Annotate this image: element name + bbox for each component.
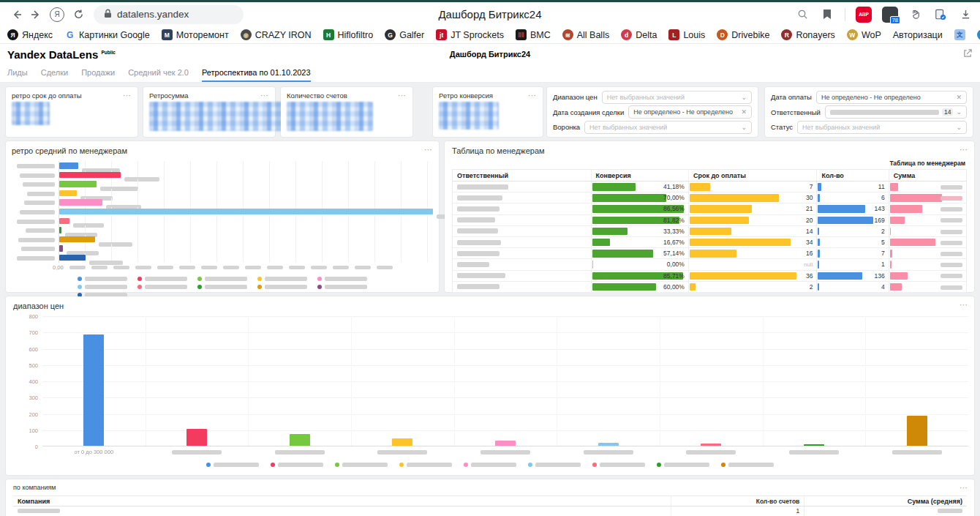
tab-3[interactable]: Продажи (81, 68, 115, 82)
table-row[interactable]: 57,14%167 (453, 248, 966, 259)
refresh-icon[interactable] (69, 5, 88, 24)
chevron-down-icon[interactable]: ⌄ (956, 108, 962, 116)
indicator-menu[interactable]: ⋯ (123, 91, 132, 100)
bookmark-item[interactable]: jtJT Sprockets (436, 29, 504, 40)
price-bar[interactable] (186, 429, 207, 446)
legend-item[interactable] (137, 277, 187, 281)
legend-item[interactable] (197, 277, 247, 281)
manager-bar[interactable] (59, 172, 121, 179)
forward-icon[interactable] (26, 5, 45, 24)
legend-item[interactable] (78, 277, 127, 281)
manager-bar[interactable] (59, 209, 433, 215)
table-row[interactable]: 60,00%24 (453, 282, 966, 293)
manager-table-menu[interactable]: ⋯ (960, 145, 968, 154)
search-icon[interactable] (795, 7, 810, 22)
adblock-icon[interactable]: ABP (856, 7, 872, 23)
table-row[interactable]: 33,33%142 (453, 226, 966, 237)
price-bar[interactable] (598, 443, 619, 446)
price-bar[interactable] (804, 444, 824, 446)
legend-item[interactable] (399, 463, 452, 467)
filter-input[interactable]: Нет выбранных значений⌄ (602, 91, 752, 104)
tab-4[interactable]: Средний чек 2.0 (128, 68, 189, 82)
filter-input[interactable]: Нет выбранных значений⌄ (797, 121, 967, 134)
indicator-menu[interactable]: ⋯ (398, 91, 407, 100)
legend-item[interactable] (721, 463, 774, 467)
clear-icon[interactable]: ✕ (741, 108, 747, 116)
chevron-down-icon[interactable]: ⌄ (741, 124, 747, 131)
manager-bar[interactable] (59, 255, 86, 261)
table-row[interactable]: 70,00%306 (453, 192, 966, 203)
bookmark-item[interactable]: GGalfer (385, 29, 424, 40)
bookmark-item[interactable]: ≋All Balls (562, 29, 609, 40)
legend-item[interactable] (271, 463, 323, 467)
address-bar[interactable]: datalens.yandex (94, 5, 244, 24)
legend-item[interactable] (78, 285, 127, 289)
filter-input[interactable]: Не определено - Не определено✕ (628, 105, 752, 119)
manager-bar[interactable] (59, 227, 61, 233)
bookmark-item[interactable]: dDelta (621, 29, 657, 40)
manager-bar[interactable] (59, 245, 63, 252)
bookmark-item[interactable]: RRonayers (781, 29, 835, 40)
glove-extension-icon[interactable] (908, 7, 923, 22)
legend-item[interactable] (464, 463, 516, 467)
share-icon[interactable] (963, 48, 973, 61)
manager-bar[interactable] (59, 181, 97, 187)
table-row[interactable]: 0,00%null1 (453, 259, 966, 270)
bookmark-item[interactable]: LLouis (668, 29, 705, 40)
clear-icon[interactable]: ✕ (956, 94, 962, 101)
manager-bar[interactable] (59, 236, 95, 243)
tab-2[interactable]: Сделки (41, 68, 69, 82)
legend-item[interactable] (257, 277, 307, 281)
indicator-menu[interactable]: ⋯ (528, 91, 537, 100)
tab-1[interactable]: Лиды (7, 68, 28, 82)
table-row[interactable]: 81,82%20169 (453, 215, 966, 226)
bookmark-item[interactable]: DDrivebike (717, 29, 769, 40)
table-row[interactable]: 85,71%36136 (453, 271, 966, 282)
price-bar[interactable] (392, 438, 412, 446)
bookmark-item[interactable]: ǁǁBMC (516, 29, 551, 40)
legend-item[interactable] (657, 463, 709, 467)
legend-item[interactable] (317, 285, 367, 289)
bookmark-icon[interactable] (820, 7, 834, 22)
legend-item[interactable] (528, 463, 581, 467)
back-icon[interactable] (7, 5, 26, 24)
manager-bar[interactable] (59, 218, 69, 225)
chevron-down-icon[interactable]: ⌄ (741, 94, 747, 101)
legend-item[interactable] (197, 285, 247, 289)
filter-input[interactable]: Нет выбранных значений⌄ (584, 121, 752, 134)
legend-item[interactable] (257, 285, 307, 289)
download-icon[interactable] (958, 7, 973, 22)
price-bar[interactable] (290, 434, 310, 446)
table-row[interactable]: 16,67%345 (453, 237, 966, 248)
manager-bar[interactable] (59, 190, 77, 197)
table-row[interactable]: 86,56%21143 (453, 203, 966, 214)
price-bar[interactable] (495, 441, 516, 446)
bookmark-auth[interactable]: Авторизаци (893, 30, 943, 40)
extension-icon[interactable]: 78 (882, 7, 898, 23)
circle-bookmark-icon[interactable]: lj (977, 29, 980, 40)
price-chart-menu[interactable]: ⋯ (960, 300, 968, 310)
price-bar[interactable] (83, 334, 104, 446)
legend-item[interactable] (137, 285, 187, 289)
companies-table-menu[interactable]: ⋯ (960, 483, 968, 493)
companies-row[interactable]: 1 (13, 506, 967, 516)
legend-item[interactable] (206, 463, 259, 467)
chevron-down-icon[interactable]: ⌄ (956, 124, 962, 131)
legend-item[interactable] (317, 277, 367, 281)
filter-input[interactable]: Не определено - Не определено✕ (816, 91, 967, 104)
price-bar[interactable] (907, 416, 927, 446)
bookmark-item[interactable]: GКартинки Google (64, 29, 150, 40)
price-bar[interactable] (701, 444, 721, 446)
table-row[interactable]: 41,18%711 (453, 182, 966, 192)
bookmark-item[interactable]: HHiflofiltro (323, 29, 374, 40)
bookmark-item[interactable]: WWoP (847, 29, 881, 40)
yandex-browser-icon[interactable]: Я (50, 7, 64, 22)
tab-5[interactable]: Ретроспектива по 01.10.2023 (202, 68, 311, 82)
legend-item[interactable] (335, 463, 388, 467)
legend-item[interactable] (592, 463, 645, 467)
bookmark-item[interactable]: ЯЯндекс (7, 29, 53, 40)
bookmark-item[interactable]: ММоторемонт (162, 29, 229, 40)
lock-icon[interactable] (104, 8, 112, 21)
bookmark-item[interactable]: ◉CRAZY IRON (241, 29, 312, 40)
manager-bar[interactable] (59, 199, 102, 206)
